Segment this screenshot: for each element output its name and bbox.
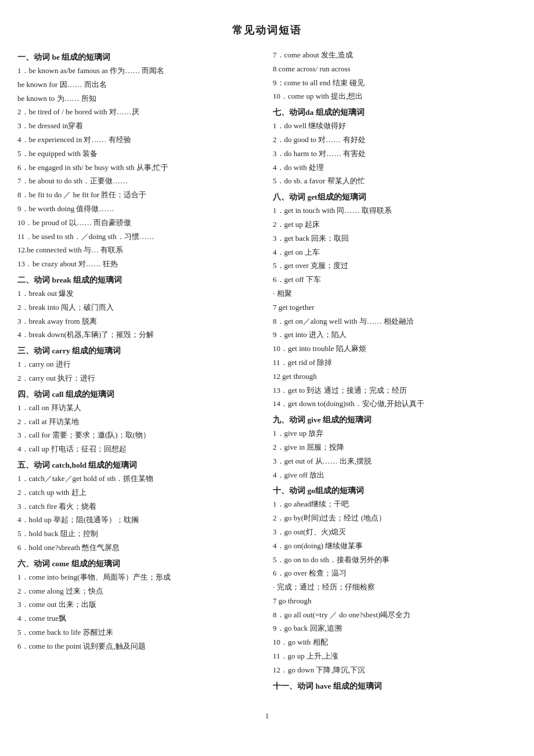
entry: 10．come up with 提出,想出 [273,91,517,103]
section-title: 十一、动词 have 组成的短璃词 [273,681,517,692]
entry: 6．go over 检查；温习 [273,567,517,580]
entry: 13．get to 到达 通过；接通；完成；经历 [273,385,517,397]
page-number: 1 [17,711,517,721]
entry: 6．come to the point 说到要点,触及问题 [17,641,261,653]
entry: 1．carry on 进行 [17,359,261,371]
entry: 9．be worth doing 值得做…… [17,203,261,215]
entry: 2．break into 闯人；破门而入 [17,302,261,314]
entry: 8．get on／along well with 与…… 相处融洽 [273,316,517,328]
entry: 2．carry out 执行；进行 [17,372,261,385]
entry: 9：come to all end 结束 碰见 [273,77,517,89]
entry: 2．catch up with 赶上 [17,487,261,499]
entry: 6．hold one?sbreath 憋住气屏息 [17,542,261,554]
entry: be known to 为…… 所知 [17,93,261,105]
entry: 5．be equipped with 装备 [17,148,261,160]
entry: 2．get up 起床 [273,219,517,231]
section-title: 九、动词 give 组成的短璃词 [273,415,517,425]
entry: 8．be fit to do ／ be fit for 胜任；适合于 [17,189,261,201]
entry: 4．go on(doing) 继续做某事 [273,540,517,552]
entry: 3．break away from 脱离 [17,316,261,328]
left-column: 一、动词 be 组成的短璃词1．be known as/be famous as… [17,48,267,694]
section-title: 十、动词 go组成的短璃词 [273,486,517,496]
entry: 10．be proud of 以…… 而自豪骄傲 [17,217,261,229]
entry: 5．do sb. a favor 帮某人的忙 [273,175,517,187]
entry: 3．get back 回来；取回 [273,233,517,245]
entry: 12.be connected with 与… 有联系 [17,244,261,256]
entry: 2．give in 屈服；投降 [273,442,517,454]
entry: 3．go out(灯、火)熄灭 [273,526,517,538]
entry: · 相聚 [273,288,517,300]
entry: 11．be used to sth．／doing sth．习惯…… [17,231,261,243]
entry: 11．go up 上升,上涨 [273,650,517,663]
entry: be known for 因…… 而出名 [17,79,261,91]
entry: 4．hold up 举起；阻(筏通等）；耽搁 [17,514,261,526]
entry: 9．go back 回家,追溯 [273,623,517,635]
entry: 8 come across/ run across [273,63,517,75]
entry: 7．be about to do sth．正要做…… [17,175,261,187]
section-title: 二、动词 break 组成的短璃词 [17,275,261,285]
entry: 9．get into 进入；陷人 [273,329,517,341]
entry: 3．do harm to 对…… 有害处 [273,148,517,160]
entry: 2．call at 拜访某地 [17,416,261,428]
entry: 1．break out 爆发 [17,288,261,300]
entry: 8．go all out(=try ／ do one?sbest)竭尽全力 [273,609,517,621]
section-title: 五、动词 catch,hold 组成的短璃词 [17,460,261,471]
entry: 14．get down to(doing)sth．安心做,开始认真干 [273,398,517,410]
entry: 3．call for 需要；要求；邀(队)；取(物） [17,429,261,442]
entry: 2．come along 过来；快点 [17,585,261,598]
entry: 1．do well 继续做得好 [273,120,517,132]
section-title: 六、动词 come 组成的短璃词 [17,559,261,569]
entry: 4．be experienced in 对…… 有经验 [17,134,261,146]
section-title: 一、动词 be 组成的短璃词 [17,52,261,63]
entry: 2．go by(时间)过去；经过 (地点） [273,512,517,525]
entry: 6．be engaged in sth/ be busy with sth 从事… [17,162,261,174]
section-title: 三、动词 carry 组成的短璃词 [17,346,261,356]
entry: 7．come about 发生,造成 [273,49,517,62]
section-title: 八、动词 get组成的短璃词 [273,192,517,202]
entry: · 完成；通过；经历；仔细检察 [273,581,517,594]
section-title: 四、动词 call 组成的短璃词 [17,389,261,400]
entry: 4．give off 放出 [273,469,517,482]
entry: 6．get off 下车 [273,274,517,286]
entry: 4．do with 处理 [273,162,517,174]
right-column: 7．come about 发生,造成8 come across/ run acr… [267,48,517,694]
entry: 13．be crazy about 对…… 狂热 [17,258,261,270]
entry: 4．come true飘 [17,613,261,625]
entry: 10．get into trouble 陷人麻烦 [273,343,517,355]
page-title: 常见动词短语 [17,23,517,37]
section-title: 七、动词da 组成的短璃词 [273,107,517,118]
entry: 1．go ahead继续；干吧 [273,498,517,511]
entry: 1．be known as/be famous as 作为…… 而闻名 [17,65,261,77]
entry: 1．catch／take／get hold of sth．抓住某物 [17,473,261,485]
entry: 5．get over 克服；度过 [273,260,517,272]
entry: 3．catch fire 着火；烧着 [17,501,261,513]
entry: 4．call up 打电话；征召；回想起 [17,443,261,455]
entry: 5．hold back 阻止；控制 [17,528,261,540]
entry: 12．go down 下降,降沉,下沉 [273,664,517,677]
entry: 3．be dressed in穿着 [17,120,261,132]
entry: 5．come back to life 苏醒过来 [17,627,261,639]
entry: 1．call on 拜访某人 [17,402,261,414]
entry: 1．come into being(事物、局面等）产生；形成 [17,571,261,584]
entry: 12 get through [273,371,517,383]
entry: 10．go with 相配 [273,636,517,649]
entry: 1．get in touch with 同…… 取得联系 [273,205,517,217]
entry: 1．give up 放弃 [273,428,517,440]
entry: 11．get rid of 除掉 [273,357,517,369]
entry: 2．be tired of / be bored with 对……厌 [17,106,261,118]
entry: 4．get on 上车 [273,247,517,259]
entry: 7 get together [273,302,517,314]
entry: 5．go on to do sth．接着做另外的事 [273,554,517,566]
entry: 3．come out 出来；出版 [17,599,261,611]
entry: 3．get out of 从…… 出来,摆脱 [273,455,517,468]
entry: 7 go through [273,595,517,607]
entry: 2．do good to 对…… 有好处 [273,134,517,146]
entry: 4．break down(机器,车辆)了；摧毁；分解 [17,329,261,341]
